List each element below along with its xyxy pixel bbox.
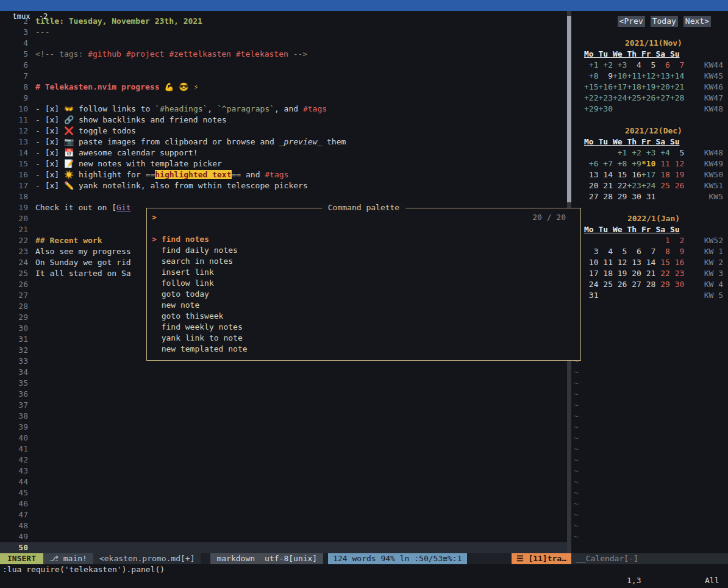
- calendar-day[interactable]: +26: [641, 93, 655, 102]
- calendar-day[interactable]: +9: [627, 159, 641, 168]
- editor-line[interactable]: 43: [0, 466, 567, 476]
- calendar-day[interactable]: +12: [641, 71, 655, 80]
- editor-line[interactable]: 39: [0, 422, 567, 433]
- calendar-day[interactable]: 5: [670, 148, 684, 157]
- calendar-day[interactable]: 16: [627, 170, 641, 179]
- calendar-day[interactable]: 21: [598, 181, 612, 190]
- calendar-day[interactable]: 26: [670, 181, 684, 190]
- editor-line[interactable]: 2title: Tuesday, November 23th, 2021: [0, 16, 567, 27]
- calendar-day[interactable]: 7: [670, 60, 684, 69]
- calendar-day[interactable]: 15: [655, 258, 669, 267]
- editor-line[interactable]: 44: [0, 476, 567, 487]
- calendar-day[interactable]: 28: [598, 192, 612, 201]
- calendar-day[interactable]: +27: [655, 93, 669, 102]
- calendar-day[interactable]: 21: [641, 269, 655, 278]
- calendar-day[interactable]: +3: [613, 60, 627, 69]
- editor-line[interactable]: 48: [0, 520, 567, 531]
- calendar-day[interactable]: +7: [598, 159, 612, 168]
- calendar-day[interactable]: 31: [584, 291, 598, 300]
- calendar-day[interactable]: +4: [655, 148, 669, 157]
- editor-line[interactable]: 41: [0, 444, 567, 455]
- calendar-day[interactable]: +18: [627, 82, 641, 91]
- editor-line[interactable]: 37: [0, 400, 567, 411]
- editor-line[interactable]: 3---: [0, 27, 567, 38]
- calendar-day[interactable]: 5: [641, 60, 655, 69]
- calendar-day[interactable]: +13: [655, 71, 669, 80]
- calendar-day[interactable]: +11: [627, 71, 641, 80]
- calendar-day[interactable]: +10: [613, 71, 627, 80]
- editor-line[interactable]: 38: [0, 411, 567, 422]
- calendar-day[interactable]: 26: [613, 280, 627, 289]
- calendar-day[interactable]: 28: [641, 280, 655, 289]
- calendar-day[interactable]: 10: [584, 258, 598, 267]
- calendar-day[interactable]: 20: [627, 269, 641, 278]
- calendar-day[interactable]: 24: [584, 280, 598, 289]
- calendar-day[interactable]: 7: [641, 247, 655, 256]
- calendar-day[interactable]: 27: [627, 280, 641, 289]
- calendar-day[interactable]: 20: [584, 181, 598, 190]
- palette-item[interactable]: search in notes: [147, 256, 580, 267]
- palette-input[interactable]: > 20 / 20: [147, 212, 580, 223]
- calendar-day[interactable]: 19: [613, 269, 627, 278]
- calendar-day[interactable]: +25: [627, 93, 641, 102]
- calendar-day[interactable]: 18: [655, 170, 669, 179]
- editor-line[interactable]: 17- [x] ✏️ yank notelink, also from wthi…: [0, 180, 567, 191]
- editor-line[interactable]: 47: [0, 509, 567, 520]
- calendar-day[interactable]: 17: [584, 269, 598, 278]
- calendar-day[interactable]: +28: [670, 93, 684, 102]
- calendar-day[interactable]: 13: [584, 170, 598, 179]
- calendar-day[interactable]: +6: [584, 159, 598, 168]
- editor-line[interactable]: 40: [0, 433, 567, 444]
- editor-line[interactable]: 46: [0, 498, 567, 509]
- calendar-day[interactable]: 11: [655, 159, 669, 168]
- calendar-day[interactable]: +20: [655, 82, 669, 91]
- calendar-day[interactable]: 14: [598, 170, 612, 179]
- editor-line[interactable]: 4: [0, 38, 567, 49]
- calendar-day[interactable]: 12: [613, 258, 627, 267]
- editor-line[interactable]: 18: [0, 191, 567, 202]
- editor-line[interactable]: 6: [0, 60, 567, 71]
- calendar-day[interactable]: 15: [613, 170, 627, 179]
- calendar-day[interactable]: 29: [655, 280, 669, 289]
- today-button[interactable]: Today: [651, 16, 678, 27]
- calendar-day[interactable]: +30: [598, 104, 612, 113]
- calendar-day[interactable]: 25: [655, 181, 669, 190]
- editor-line[interactable]: 15- [x] 📝 new notes with template picker: [0, 158, 567, 169]
- editor-line[interactable]: 36: [0, 389, 567, 400]
- calendar-day[interactable]: 30: [670, 280, 684, 289]
- editor-line[interactable]: 10- [x] 👐 follow links to `#headings`, `…: [0, 104, 567, 115]
- calendar-day[interactable]: 13: [627, 258, 641, 267]
- editor-line[interactable]: 13- [x] 📷 paste images from clipboard or…: [0, 136, 567, 147]
- calendar-day[interactable]: 9: [598, 71, 612, 80]
- scrollbar-thumb[interactable]: [567, 16, 571, 202]
- calendar-day[interactable]: 9: [670, 247, 684, 256]
- editor-line[interactable]: 14- [x] 📅 awesome calendar support!: [0, 147, 567, 158]
- calendar-day[interactable]: +24: [641, 181, 655, 190]
- prev-button[interactable]: <Prev: [618, 16, 645, 27]
- editor-line[interactable]: 42: [0, 455, 567, 466]
- editor-line[interactable]: 5<!-- tags: #github #project #zettelkast…: [0, 49, 567, 60]
- calendar-day[interactable]: *10: [641, 159, 655, 168]
- editor-line[interactable]: 8# Telekasten.nvim progress 💪 😎 ⚡: [0, 82, 567, 93]
- calendar-day[interactable]: +8: [613, 159, 627, 168]
- palette-item[interactable]: goto thisweek: [147, 311, 580, 322]
- calendar-day[interactable]: +15: [584, 82, 598, 91]
- calendar-day[interactable]: +16: [598, 82, 612, 91]
- calendar-day[interactable]: 18: [598, 269, 612, 278]
- calendar-day[interactable]: +21: [670, 82, 684, 91]
- calendar-day[interactable]: +2: [598, 60, 612, 69]
- calendar-day[interactable]: 6: [655, 60, 669, 69]
- editor-line[interactable]: 7: [0, 71, 567, 82]
- calendar-day[interactable]: +2: [627, 148, 641, 157]
- calendar-day[interactable]: +19: [641, 82, 655, 91]
- calendar-day[interactable]: +1: [584, 60, 598, 69]
- calendar-day[interactable]: +23: [598, 93, 612, 102]
- palette-item[interactable]: find weekly notes: [147, 322, 580, 333]
- calendar-day[interactable]: 5: [613, 247, 627, 256]
- calendar-day[interactable]: 14: [641, 258, 655, 267]
- calendar-day[interactable]: +23: [627, 181, 641, 190]
- editor-line[interactable]: 49: [0, 531, 567, 542]
- calendar-day[interactable]: 2: [670, 236, 684, 245]
- palette-item[interactable]: > find notes: [147, 234, 580, 245]
- calendar-day[interactable]: +29: [584, 104, 598, 113]
